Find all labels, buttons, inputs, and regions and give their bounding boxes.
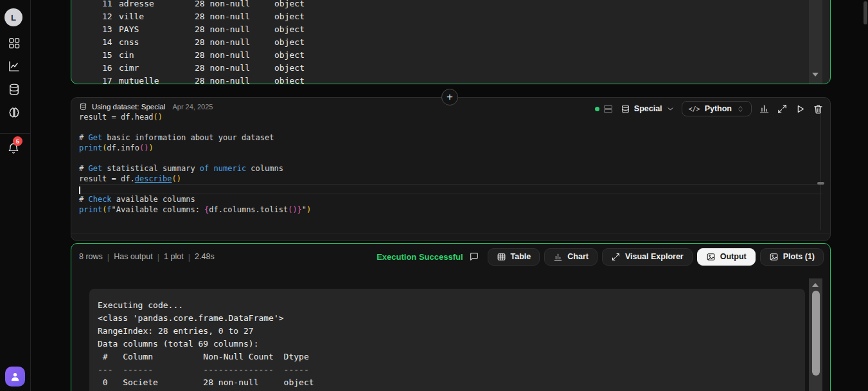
database-icon[interactable]: [8, 83, 21, 96]
dataset-selector[interactable]: Special: [621, 104, 675, 114]
brain-icon[interactable]: [8, 106, 21, 119]
code-cell[interactable]: Using dataset: Special Apr 24, 2025 Spec…: [71, 97, 831, 241]
app-window: L: [0, 0, 868, 391]
code-line: result = df.describe(): [79, 174, 816, 184]
code-line: # Get statistical summary of numeric col…: [79, 163, 816, 174]
dataset-label: Using dataset: Special: [92, 103, 165, 111]
text-cursor: [79, 186, 80, 194]
plots-tab-button[interactable]: Plots (1): [760, 248, 824, 266]
expand-button[interactable]: [777, 104, 788, 114]
code-cell-header: Using dataset: Special Apr 24, 2025: [79, 102, 213, 111]
dashboard-icon[interactable]: [8, 37, 21, 50]
add-cell-button[interactable]: +: [441, 89, 458, 105]
kernel-active-dot: [595, 107, 599, 111]
console-line: # Column Non-Null Count Dtype: [98, 350, 805, 363]
chart-tab-button[interactable]: Chart: [544, 248, 598, 266]
comment-icon[interactable]: [469, 251, 479, 262]
table-row: 11adresse28 non-nullobject: [102, 0, 830, 10]
expand-icon: [611, 252, 621, 262]
language-label: Python: [705, 104, 732, 113]
image-icon: [769, 252, 779, 262]
table-row: 12ville28 non-nullobject: [102, 10, 830, 23]
table-tab-button[interactable]: Table: [488, 248, 540, 266]
table-row: 16cimr28 non-nullobject: [102, 62, 830, 75]
execution-status: Execution Successful: [376, 252, 463, 262]
chevrons-updown-icon: [736, 105, 745, 113]
user-avatar[interactable]: [5, 367, 25, 386]
code-line: [79, 122, 816, 132]
chevron-down-icon: [666, 105, 675, 113]
cell-bottom-divider: [71, 233, 830, 233]
table-row: 17mutuelle28 non-nullobject: [102, 75, 830, 84]
console-line: <class 'pandas.core.frame.DataFrame'>: [98, 312, 805, 325]
chart-button[interactable]: [759, 104, 770, 114]
scrollbar-vertical[interactable]: [809, 0, 822, 84]
code-line: [79, 184, 822, 194]
execution-meta: 8 rows | Has output | 1 plot | 2.48s: [79, 252, 215, 262]
stack-icon: [603, 104, 614, 114]
language-selector[interactable]: </> Python: [682, 101, 752, 116]
editor-scrollbar-track: [820, 111, 821, 230]
output-cell: 8 rows | Has output | 1 plot | 2.48s Exe…: [71, 243, 831, 391]
code-icon: </>: [689, 105, 700, 113]
page-scrollbar-thumb[interactable]: [864, 1, 867, 24]
console-line: RangeIndex: 28 entries, 0 to 27: [98, 325, 805, 338]
bar-chart-icon: [553, 252, 563, 262]
table-icon: [497, 252, 506, 262]
image-icon: [706, 252, 716, 262]
code-line: print(df.info()): [79, 143, 816, 153]
code-line: [79, 153, 816, 163]
console-line: 0 Societe 28 non-null object: [98, 376, 805, 389]
dataset-selector-label: Special: [634, 104, 662, 113]
meta-duration: 2.48s: [195, 252, 215, 261]
visual-explorer-tab-button[interactable]: Visual Explorer: [602, 248, 693, 266]
editor-scrollbar-thumb[interactable]: [817, 182, 824, 185]
console-line: --- ------ -------------- -----: [98, 363, 805, 376]
scroll-down-arrow-icon[interactable]: [812, 73, 819, 77]
meta-plot: 1 plot: [164, 252, 184, 261]
code-editor[interactable]: result = df.head()# Get basic informatio…: [79, 112, 816, 215]
kernel-status: [595, 104, 614, 114]
execution-console: Executing code...<class 'pandas.core.fra…: [89, 289, 805, 391]
cell-toolbar: Special </> Python: [595, 101, 824, 116]
delete-cell-button[interactable]: [813, 104, 824, 114]
meta-output: Has output: [114, 252, 152, 261]
output-tab-button[interactable]: Output: [697, 248, 756, 266]
code-line: print(f"Available columns: {df.columns.t…: [79, 205, 816, 215]
dataset-date: Apr 24, 2025: [172, 103, 213, 111]
meta-rows: 8 rows: [79, 252, 103, 261]
dataframe-info-rows: 11adresse28 non-nullobject12ville28 non-…: [102, 0, 830, 84]
sidebar-divider: [0, 133, 31, 134]
console-line: Executing code...: [98, 299, 805, 312]
chart-line-icon[interactable]: [8, 60, 21, 73]
code-line: # Check available columns: [79, 194, 816, 205]
sidebar: L: [0, 0, 31, 391]
result-status-bar: 8 rows | Has output | 1 plot | 2.48s Exe…: [71, 244, 830, 269]
console-line: Data columns (total 69 columns):: [98, 338, 805, 350]
output-cell-previous: 11adresse28 non-nullobject12ville28 non-…: [71, 0, 831, 84]
table-row: 14cnss28 non-nullobject: [102, 36, 830, 49]
code-line: # Get basic information about your datas…: [79, 132, 816, 143]
notification-badge: 5: [13, 136, 22, 146]
scrollbar-vertical[interactable]: [809, 278, 822, 391]
scroll-up-arrow-icon[interactable]: [812, 283, 819, 287]
run-button[interactable]: [795, 104, 806, 114]
dataset-icon: [79, 102, 87, 111]
scrollbar-thumb[interactable]: [812, 291, 820, 376]
workspace-avatar[interactable]: L: [4, 8, 22, 26]
table-row: 15cin28 non-nullobject: [102, 49, 830, 62]
table-row: 13PAYS28 non-nullobject: [102, 23, 830, 36]
